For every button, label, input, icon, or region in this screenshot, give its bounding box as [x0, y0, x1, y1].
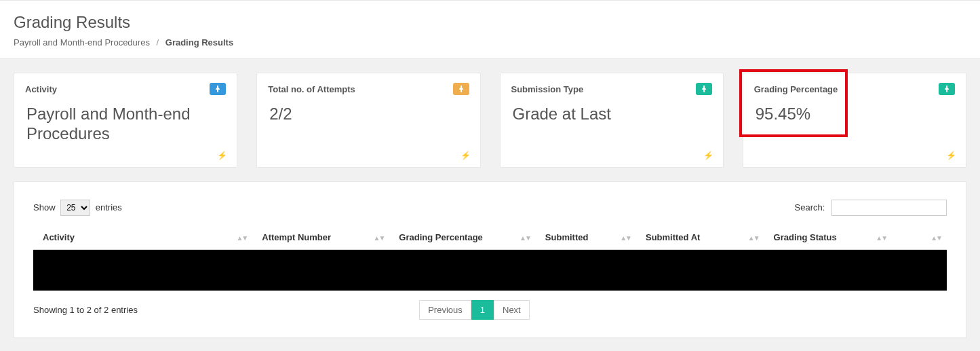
- length-suffix: entries: [96, 202, 122, 213]
- sort-icon: ▲▼: [930, 234, 941, 241]
- bolt-icon[interactable]: ⚡: [217, 151, 227, 160]
- pager-next-button[interactable]: Next: [494, 300, 530, 320]
- summary-cards-row: Activity Payroll and Month-end Procedure…: [0, 59, 980, 181]
- sort-icon: ▲▼: [620, 234, 631, 241]
- page-title: Grading Results: [14, 13, 966, 32]
- card-attempts-label: Total no. of Attempts: [268, 84, 355, 94]
- card-grading-percentage: Grading Percentage 95.45% ⚡: [743, 73, 966, 168]
- card-attempts: Total no. of Attempts 2/2 ⚡: [256, 73, 480, 168]
- card-submission-type: Submission Type Grade at Last ⚡: [500, 73, 724, 168]
- card-activity: Activity Payroll and Month-end Procedure…: [14, 73, 237, 168]
- sort-icon: ▲▼: [748, 234, 759, 241]
- pin-icon[interactable]: [210, 83, 226, 95]
- breadcrumb-separator: /: [157, 37, 159, 48]
- pager-previous-button[interactable]: Previous: [419, 300, 471, 320]
- card-percentage-value: 95.45%: [743, 102, 966, 131]
- table-header-row: Activity ▲▼ Attempt Number ▲▼ Grading Pe…: [33, 225, 947, 250]
- sort-icon: ▲▼: [520, 234, 530, 241]
- breadcrumb-parent-link[interactable]: Payroll and Month-end Procedures: [14, 37, 150, 48]
- bolt-icon[interactable]: ⚡: [703, 151, 713, 160]
- length-select[interactable]: 25: [60, 200, 90, 216]
- table-footer: Showing 1 to 2 of 2 entries Previous 1 N…: [33, 300, 947, 320]
- col-submitted[interactable]: Submitted ▲▼: [536, 225, 636, 250]
- col-attempt-number[interactable]: Attempt Number ▲▼: [252, 225, 389, 250]
- bolt-icon[interactable]: ⚡: [460, 151, 471, 160]
- col-grading-status[interactable]: Grading Status ▲▼: [764, 225, 893, 250]
- results-table-panel: Show 25 entries Search: Activity ▲▼ Atte…: [14, 181, 966, 338]
- results-table: Activity ▲▼ Attempt Number ▲▼ Grading Pe…: [33, 225, 947, 291]
- card-attempts-value: 2/2: [257, 102, 479, 131]
- pager-page-button[interactable]: 1: [471, 300, 494, 320]
- length-prefix: Show: [33, 202, 56, 213]
- card-submission-label: Submission Type: [511, 84, 584, 94]
- pin-icon[interactable]: [939, 83, 955, 95]
- col-activity[interactable]: Activity ▲▼: [33, 225, 252, 250]
- table-body-redacted: [33, 250, 947, 291]
- table-search-control: Search:: [795, 200, 947, 216]
- col-actions[interactable]: ▲▼: [892, 225, 947, 250]
- sort-icon: ▲▼: [236, 234, 247, 241]
- search-label: Search:: [795, 202, 825, 213]
- card-activity-label: Activity: [25, 84, 57, 94]
- col-submitted-at[interactable]: Submitted At ▲▼: [636, 225, 764, 250]
- breadcrumb-current: Grading Results: [165, 37, 233, 48]
- card-submission-value: Grade at Last: [501, 102, 723, 131]
- table-controls: Show 25 entries Search:: [33, 200, 947, 216]
- card-activity-value: Payroll and Month-end Procedures: [14, 102, 237, 151]
- table-pager: Previous 1 Next: [419, 300, 530, 320]
- table-info: Showing 1 to 2 of 2 entries: [33, 305, 138, 315]
- bolt-icon[interactable]: ⚡: [946, 151, 956, 160]
- sort-icon: ▲▼: [374, 234, 385, 241]
- search-input[interactable]: [831, 200, 947, 216]
- table-row: [33, 250, 947, 291]
- card-percentage-label: Grading Percentage: [754, 84, 838, 94]
- table-length-control: Show 25 entries: [33, 200, 122, 216]
- page-header: Grading Results Payroll and Month-end Pr…: [0, 0, 980, 59]
- breadcrumb: Payroll and Month-end Procedures / Gradi…: [14, 37, 966, 48]
- col-grading-percentage[interactable]: Grading Percentage ▲▼: [389, 225, 536, 250]
- pin-icon[interactable]: [696, 83, 712, 95]
- sort-icon: ▲▼: [876, 234, 886, 241]
- pin-icon[interactable]: [453, 83, 469, 95]
